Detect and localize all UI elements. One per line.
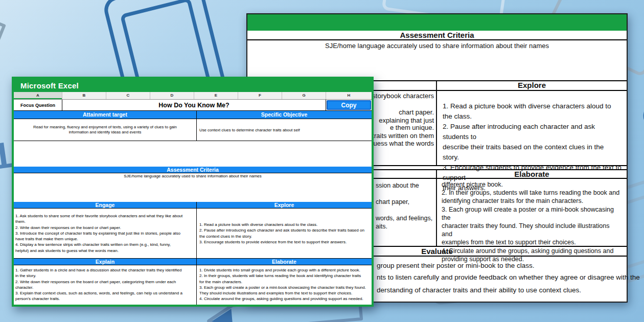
elaborate-line: 3. Each group will create a poster or a … bbox=[442, 205, 622, 222]
elaborate-line: identifying character traits for the mai… bbox=[442, 197, 622, 205]
engage-explore-header-row: Engage Explore bbox=[14, 202, 372, 209]
engage-fragment: chart paper. bbox=[399, 108, 434, 116]
attainment-objective-content-row: Read for meaning, fluency and enjoyment … bbox=[14, 119, 372, 141]
engage-line: 3. Introduce the concept of character tr… bbox=[15, 231, 194, 236]
column-header-f[interactable]: F bbox=[238, 92, 282, 99]
elaborate-header: Elaborate bbox=[197, 259, 372, 265]
engage-fragment: e them unique. bbox=[390, 124, 434, 131]
doodle-pencil-icon bbox=[0, 15, 4, 129]
engage-explore-content-row: 1. Ask students to share some of their f… bbox=[14, 209, 372, 259]
elaborate-line: character traits they found. They should… bbox=[442, 222, 622, 238]
explore-header: Explore bbox=[437, 81, 627, 90]
engage-fragment: storybook characters bbox=[372, 92, 434, 100]
evaluate-fragment: group present their poster or mini-book … bbox=[377, 262, 534, 269]
explain-header: Explain bbox=[14, 259, 197, 265]
attainment-line: Read for meaning, fluency and enjoyment … bbox=[21, 125, 189, 130]
evaluate-fragment: derstanding of character traits and thei… bbox=[377, 286, 581, 294]
explain-line: 3. Explain that context clues, such as a… bbox=[15, 290, 194, 296]
explore-line: 1. Read a picture book with diverse char… bbox=[443, 101, 622, 122]
attainment-objective-header-row: Attainment target Specific Objective bbox=[14, 111, 372, 119]
explore-line: 2. Pause after introducing each characte… bbox=[199, 227, 370, 233]
explain-line: character. bbox=[15, 285, 194, 290]
assessment-criteria-text: SJE/home language accurately used to sha… bbox=[14, 173, 372, 179]
explain-fragment: words, and feelings, bbox=[376, 215, 432, 222]
elaborate-line: for the main characters. bbox=[199, 279, 370, 285]
engage-line: 4. Display a few sentence strips with ch… bbox=[15, 242, 194, 247]
evaluate-fragment: nts to listen carefully and provide feed… bbox=[377, 273, 640, 281]
explain-cell: 1. Gather students in a circle and have … bbox=[14, 265, 197, 305]
column-header-row: A B C D E F G H bbox=[14, 92, 372, 100]
focus-question-label: Focus Question bbox=[14, 100, 62, 110]
attainment-target-cell: Read for meaning, fluency and enjoyment … bbox=[14, 119, 197, 141]
explain-fragment: aits. bbox=[376, 223, 387, 230]
elaborate-line: 1. Divide students into small groups and… bbox=[199, 267, 370, 273]
column-header-g[interactable]: G bbox=[282, 92, 326, 99]
elaborate-line: 4. Circulate around the groups, asking g… bbox=[199, 296, 370, 302]
specific-objective-text: Use context clues to determine character… bbox=[199, 128, 300, 132]
engage-fragment: guess what the words bbox=[370, 140, 434, 147]
explain-line: person's character traits. bbox=[15, 296, 194, 302]
explain-fragment: ssion about the bbox=[376, 182, 419, 189]
column-header-e[interactable]: E bbox=[194, 92, 238, 99]
window-title-bar: Microsoft Excel bbox=[14, 79, 372, 92]
column-header-a[interactable]: A bbox=[14, 92, 62, 99]
copy-button[interactable]: Copy bbox=[327, 100, 371, 110]
engage-line: have traits that make them unique. bbox=[15, 236, 194, 242]
preview-green-bar bbox=[247, 14, 627, 31]
engage-line: them. bbox=[15, 219, 194, 224]
explore-cell: 1. Read a picture book with diverse char… bbox=[437, 91, 627, 165]
explore-line: describe their traits based on the conte… bbox=[443, 142, 622, 163]
focus-question-row: Focus Question How Do You Know Me? Copy bbox=[14, 100, 372, 111]
empty-rows bbox=[14, 141, 372, 167]
desktop-background: 12 Assessment Criteria SJE/home language… bbox=[0, 0, 644, 322]
engage-line: 1. Ask students to share some of their f… bbox=[15, 213, 194, 219]
elaborate-line: 3. Each group will create a poster or a … bbox=[199, 285, 370, 290]
explore-line: 3. Encourage students to provide evidenc… bbox=[199, 239, 370, 245]
engage-cell: 1. Ask students to share some of their f… bbox=[14, 209, 197, 258]
elaborate-line: 4. Circulate around the groups, asking g… bbox=[442, 247, 622, 255]
explore-line: 2. Pause after introducing each characte… bbox=[443, 122, 622, 142]
focus-question-value: How Do You Know Me? bbox=[62, 100, 326, 110]
column-header-b[interactable]: B bbox=[62, 92, 106, 99]
column-header-d[interactable]: D bbox=[150, 92, 194, 99]
explore-cell: 1. Read a picture book with diverse char… bbox=[197, 209, 372, 258]
explore-header: Explore bbox=[197, 202, 372, 208]
explore-line: 1. Read a picture book with diverse char… bbox=[199, 222, 370, 227]
elaborate-cell: 1. Divide students into small groups and… bbox=[197, 265, 372, 305]
assessment-criteria-band: Assessment Criteria bbox=[14, 167, 372, 173]
specific-objective-cell: Use context clues to determine character… bbox=[197, 119, 372, 141]
explain-fragment: chart paper, bbox=[376, 198, 409, 205]
engage-fragment: explaining that just bbox=[379, 117, 434, 124]
elaborate-line: different picture book. bbox=[442, 180, 622, 189]
explore-line: the context clues in the story. bbox=[199, 234, 370, 239]
window-title: Microsoft Excel bbox=[20, 81, 79, 90]
copy-button-cell: Copy bbox=[326, 100, 372, 110]
column-header-c[interactable]: C bbox=[106, 92, 150, 99]
elaborate-line: 2. In their groups, students will take t… bbox=[442, 189, 622, 197]
explain-elaborate-header-row: Explain Elaborate bbox=[14, 259, 372, 265]
attainment-line: information and identify ideas and event… bbox=[21, 130, 189, 135]
explain-line: in the story. bbox=[15, 273, 194, 279]
specific-objective-header: Specific Objective bbox=[197, 111, 372, 119]
excel-window: Microsoft Excel A B C D E F G H Focus Qu… bbox=[12, 77, 374, 307]
column-header-h[interactable]: H bbox=[326, 92, 372, 99]
elaborate-cell: different picture book. 2. In their grou… bbox=[437, 179, 627, 246]
explain-elaborate-content-row: 1. Gather students in a circle and have … bbox=[14, 265, 372, 305]
elaborate-line: examples from the text to support their … bbox=[442, 238, 622, 246]
elaborate-line: 2. In their groups, students will take t… bbox=[199, 273, 370, 279]
explain-line: 1. Gather students in a circle and have … bbox=[15, 267, 194, 273]
explain-line: 2. Write down their responses on the boa… bbox=[15, 279, 194, 285]
assessment-criteria-text: SJE/home language accurately used to sha… bbox=[247, 40, 627, 81]
elaborate-line: They should include illustrations and ex… bbox=[199, 290, 370, 296]
engage-fragment: r traits written on them bbox=[368, 132, 434, 140]
empty-rows bbox=[14, 179, 372, 202]
engage-line: 2. Write down their responses on the boa… bbox=[15, 225, 194, 231]
engage-header: Engage bbox=[14, 202, 197, 208]
engage-line: helpful) and ask students to guess what … bbox=[15, 248, 194, 254]
assessment-criteria-header: Assessment Criteria bbox=[247, 31, 627, 40]
attainment-target-header: Attainment target bbox=[14, 111, 197, 119]
